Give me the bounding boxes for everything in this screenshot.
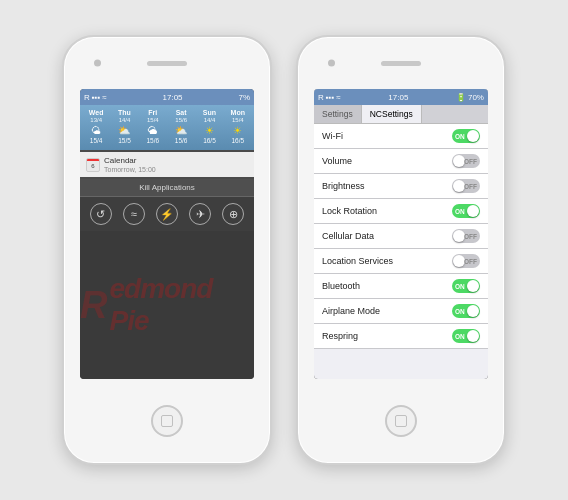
- calendar-icon: 6: [86, 158, 100, 172]
- time-1: 17:05: [163, 93, 183, 102]
- toggle-bluetooth[interactable]: ON: [452, 279, 480, 293]
- watermark-text: edmond Pie: [109, 273, 254, 337]
- speaker-2: [381, 61, 421, 66]
- phone-1-screen: R ▪▪▪ ≈ 17:05 7% Wed 13/4 🌤 15/4: [80, 89, 254, 379]
- setting-cellular-data: Cellular Data OFF: [314, 224, 488, 249]
- nc-screen: R ▪▪▪ ≈ 17:05 7% Wed 13/4 🌤 15/4: [80, 89, 254, 379]
- phone-1-top: [64, 37, 270, 89]
- setting-brightness: Brightness OFF: [314, 174, 488, 199]
- toggle-volume[interactable]: OFF: [452, 154, 480, 168]
- toggle-brightness[interactable]: OFF: [452, 179, 480, 193]
- toggle-respring[interactable]: ON: [452, 329, 480, 343]
- home-button-2[interactable]: [385, 405, 417, 437]
- setting-location-services: Location Services OFF: [314, 249, 488, 274]
- phone-1-bottom: [151, 379, 183, 463]
- tab-settings[interactable]: Settings: [314, 105, 362, 123]
- setting-wifi: Wi-Fi ON: [314, 124, 488, 149]
- weather-strip: Wed 13/4 🌤 15/4 Thu 14/4 ⛅ 15/5 Fri 15/4: [80, 105, 254, 150]
- setting-lock-rotation: Lock Rotation ON: [314, 199, 488, 224]
- toggle-airplane-mode[interactable]: ON: [452, 304, 480, 318]
- calendar-row: 6 Calendar Tomorrow, 15:00: [80, 152, 254, 177]
- status-bar-1: R ▪▪▪ ≈ 17:05 7%: [80, 89, 254, 105]
- battery-2: 70%: [468, 93, 484, 102]
- camera-2: [328, 60, 335, 67]
- wifi-icon-2: ≈: [336, 93, 340, 102]
- weather-day-wed: Wed 13/4 🌤 15/4: [85, 109, 107, 144]
- weather-day-thu: Thu 14/4 ⛅ 15/5: [113, 109, 135, 144]
- calendar-title: Calendar: [104, 156, 156, 165]
- bluetooth-toggle-icon[interactable]: ⚡: [156, 203, 178, 225]
- toggle-cellular-data[interactable]: OFF: [452, 229, 480, 243]
- camera-1: [94, 60, 101, 67]
- ncs-screen: R ▪▪▪ ≈ 17:05 🔋 70% Settings NCSettings …: [314, 89, 488, 379]
- toggle-lock-rotation[interactable]: ON: [452, 204, 480, 218]
- battery-1: 7%: [238, 93, 250, 102]
- rotation-toggle-icon[interactable]: ⊕: [222, 203, 244, 225]
- phone-2-bottom: [385, 379, 417, 463]
- carrier-1: R: [84, 93, 90, 102]
- toggle-location-services[interactable]: OFF: [452, 254, 480, 268]
- toggle-wifi[interactable]: ON: [452, 129, 480, 143]
- ncs-status-bar: R ▪▪▪ ≈ 17:05 🔋 70%: [314, 89, 488, 105]
- weather-day-fri: Fri 15/4 🌥 15/6: [142, 109, 164, 144]
- weather-day-sat: Sat 15/6 ⛅ 15/6: [170, 109, 192, 144]
- battery-icon-2: 🔋: [456, 93, 466, 102]
- weather-day-sun: Sun 14/4 ☀ 16/5: [198, 109, 220, 144]
- setting-respring: Respring ON: [314, 324, 488, 349]
- signal-icon: ▪▪▪: [92, 93, 101, 102]
- home-button-1[interactable]: [151, 405, 183, 437]
- signal-icon-2: ▪▪▪: [326, 93, 335, 102]
- speaker-1: [147, 61, 187, 66]
- settings-list: Wi-Fi ON Volume OFF Brightness: [314, 124, 488, 379]
- tab-ncsettings[interactable]: NCSettings: [362, 105, 422, 123]
- time-2: 17:05: [388, 93, 408, 102]
- refresh-icon[interactable]: ↺: [90, 203, 112, 225]
- setting-volume: Volume OFF: [314, 149, 488, 174]
- watermark: R edmond Pie: [80, 231, 254, 379]
- weather-days: Wed 13/4 🌤 15/4 Thu 14/4 ⛅ 15/5 Fri 15/4: [82, 109, 252, 144]
- wifi-toggle-icon[interactable]: ≈: [123, 203, 145, 225]
- carrier-2: R: [318, 93, 324, 102]
- weather-day-mon: Mon 15/4 ☀ 16/5: [227, 109, 249, 144]
- watermark-r: R: [80, 284, 107, 327]
- calendar-subtitle: Tomorrow, 15:00: [104, 166, 156, 173]
- ncs-tab-bar: Settings NCSettings: [314, 105, 488, 124]
- airplane-toggle-icon[interactable]: ✈: [189, 203, 211, 225]
- phone-2: R ▪▪▪ ≈ 17:05 🔋 70% Settings NCSettings …: [296, 35, 506, 465]
- setting-bluetooth: Bluetooth ON: [314, 274, 488, 299]
- setting-airplane-mode: Airplane Mode ON: [314, 299, 488, 324]
- phone-2-screen: R ▪▪▪ ≈ 17:05 🔋 70% Settings NCSettings …: [314, 89, 488, 379]
- phone-2-top: [298, 37, 504, 89]
- toggles-row: ↺ ≈ ⚡ ✈ ⊕: [80, 197, 254, 231]
- wifi-icon: ≈: [102, 93, 106, 102]
- phone-1: R ▪▪▪ ≈ 17:05 7% Wed 13/4 🌤 15/4: [62, 35, 272, 465]
- kill-apps-button[interactable]: Kill Applications: [80, 179, 254, 197]
